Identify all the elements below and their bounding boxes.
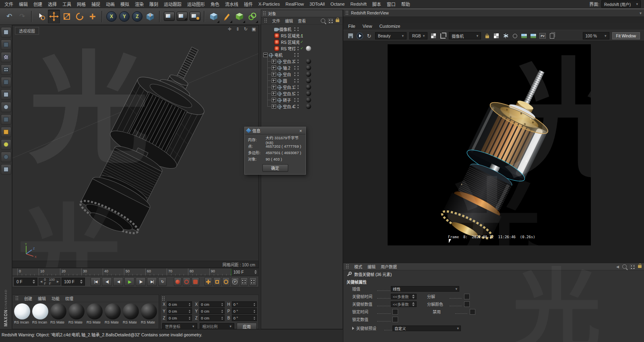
material-menu-item[interactable]: 纹理 xyxy=(65,295,73,301)
record-button[interactable] xyxy=(174,277,182,286)
pan-view-icon[interactable]: ✛ xyxy=(227,27,232,32)
record-position-toggle[interactable] xyxy=(204,277,212,286)
editor-visibility-toggle[interactable] xyxy=(294,66,296,70)
history-back-icon[interactable]: ◀ xyxy=(616,265,619,269)
object-tree-item[interactable]: 轴.2 xyxy=(261,64,343,71)
object-tree-item[interactable]: 圆 xyxy=(261,77,343,84)
lock-value-checkbox[interactable] xyxy=(392,317,398,322)
size-y-field[interactable]: 0 cm xyxy=(199,308,224,314)
material-item[interactable]: RS Incan xyxy=(32,303,49,324)
checker-background-button[interactable] xyxy=(493,33,500,39)
render-camera-dropdown[interactable]: 摄像机▾ xyxy=(449,32,481,39)
rotate-tool-button[interactable] xyxy=(74,10,86,23)
panel-drag-handle[interactable] xyxy=(346,11,349,15)
material-sphere[interactable] xyxy=(105,303,121,319)
menu-item[interactable]: 插件 xyxy=(241,0,256,8)
snapshot-button[interactable] xyxy=(502,33,509,39)
undo-button[interactable]: ↶ xyxy=(3,10,15,23)
object-tree-item[interactable]: 空白.4 xyxy=(261,103,343,109)
rot-b-field[interactable]: 0 ° xyxy=(232,315,257,321)
object-name[interactable]: 空白.3 xyxy=(283,58,294,64)
object-tree-item[interactable]: RS 穹灯 xyxy=(261,45,343,52)
texture-mode-button[interactable] xyxy=(1,52,11,62)
expand-toggle-icon[interactable] xyxy=(272,78,276,83)
transport-button[interactable]: |▶ xyxy=(136,277,146,286)
editor-visibility-toggle[interactable] xyxy=(294,78,296,83)
menu-item[interactable]: 文件 xyxy=(2,0,16,8)
expand-toggle-icon[interactable] xyxy=(272,59,276,64)
save-image-button[interactable] xyxy=(347,33,354,39)
expand-toggle-icon[interactable] xyxy=(272,91,276,96)
end-frame-field[interactable]: 100 F xyxy=(62,278,85,286)
object-tree-item[interactable]: 空白.3 xyxy=(261,58,343,64)
material-thumbnail[interactable] xyxy=(306,97,311,103)
channel-rgb-dropdown[interactable]: RGB▾ xyxy=(409,32,427,39)
panel-drag-handle[interactable] xyxy=(263,11,266,16)
om-menu-item[interactable]: 编辑 xyxy=(285,18,293,24)
size-x-field[interactable]: 0 cm xyxy=(199,301,224,307)
material-menu-item[interactable]: 创建 xyxy=(24,295,32,301)
enabled-check-icon[interactable] xyxy=(300,40,305,44)
menu-item[interactable]: 流水线 xyxy=(222,0,241,8)
menu-item[interactable]: 角色 xyxy=(208,0,222,8)
timeline-end-field[interactable]: 100 F xyxy=(231,268,258,276)
material-sphere[interactable] xyxy=(123,303,139,319)
renderview-titlebar[interactable]: Redshift RenderView ▾ xyxy=(343,10,644,17)
object-name[interactable]: 空白.1 xyxy=(283,84,294,90)
om-menu-item[interactable]: 查看 xyxy=(298,18,306,24)
expand-toggle-icon[interactable] xyxy=(272,66,276,70)
object-name[interactable]: 空白.5 xyxy=(283,91,294,97)
range-right-icon[interactable]: ▶ xyxy=(57,280,59,283)
tab-userdata[interactable]: 用户数据 xyxy=(381,264,397,270)
object-manager-titlebar[interactable]: 对象 xyxy=(261,10,343,17)
material-item[interactable]: RS Mate xyxy=(123,303,139,324)
menu-item[interactable]: 渲染 xyxy=(132,0,147,8)
object-name[interactable]: 转子 xyxy=(283,97,291,103)
send-to-pv-button[interactable]: PV xyxy=(539,33,546,39)
material-thumbnail[interactable] xyxy=(306,59,311,64)
key-value-field[interactable]: <<多重数 xyxy=(391,301,417,307)
menu-item[interactable]: 窗口 xyxy=(384,0,398,8)
expand-toggle-icon[interactable] xyxy=(272,104,276,109)
menu-item[interactable]: 帮助 xyxy=(398,0,413,8)
snapshot-b-button[interactable] xyxy=(530,33,537,39)
enabled-check-icon[interactable] xyxy=(300,34,305,37)
om-menu-item[interactable]: 文件 xyxy=(272,18,280,24)
search-icon[interactable] xyxy=(622,264,627,269)
preview-range-widget[interactable]: ◀ 0 F 100 F ▶ xyxy=(39,278,61,285)
panel-drag-handle[interactable] xyxy=(346,264,349,269)
coord-system-dropdown[interactable]: 世界坐标▾ xyxy=(162,323,197,330)
lock-camera-button[interactable] xyxy=(484,33,490,39)
menu-item[interactable]: 创建 xyxy=(31,0,45,8)
restart-render-button[interactable]: ↻ xyxy=(366,33,372,39)
autokey-button[interactable] xyxy=(183,277,190,286)
menu-item[interactable]: Redshift xyxy=(347,1,369,7)
coordinate-system-button[interactable] xyxy=(144,10,156,23)
transport-button[interactable]: ◀| xyxy=(102,277,112,286)
wireframe-motor-model[interactable] xyxy=(12,25,258,261)
snap-enable-button[interactable] xyxy=(1,139,11,150)
quantize-button[interactable] xyxy=(1,164,11,175)
render-view-button[interactable] xyxy=(163,10,175,23)
break-checkbox[interactable] xyxy=(464,294,470,299)
material-thumbnail[interactable] xyxy=(306,65,311,70)
object-tree-item[interactable]: 摄像机 xyxy=(261,26,343,32)
rv-menu-item[interactable]: View xyxy=(363,24,372,29)
render-visibility-toggle[interactable] xyxy=(297,98,299,103)
material-sphere[interactable] xyxy=(14,303,30,319)
panel-drag-handle[interactable] xyxy=(16,296,19,301)
menu-item[interactable]: 脚本 xyxy=(369,0,384,8)
editor-visibility-toggle[interactable] xyxy=(294,46,296,51)
viewport[interactable]: 光 光 透视视图 ✛ ⇕ ↻ ▣ xyxy=(12,25,259,268)
pos-z-field[interactable]: 0 cm xyxy=(167,315,192,321)
object-tree-item[interactable]: 空白.5 xyxy=(261,90,343,97)
transport-button[interactable]: ◀ xyxy=(113,277,123,286)
object-tree-item[interactable]: 转子 xyxy=(261,97,343,103)
render-visibility-toggle[interactable] xyxy=(297,72,299,77)
aov-beauty-dropdown[interactable]: Beauty▾ xyxy=(375,32,407,39)
material-item[interactable]: RS Mate xyxy=(87,303,103,324)
object-name[interactable]: 空白 xyxy=(283,71,291,77)
menu-item[interactable]: X-Particles xyxy=(256,1,283,7)
lock-time-checkbox[interactable] xyxy=(392,309,398,315)
break-color-checkbox[interactable] xyxy=(464,301,470,307)
